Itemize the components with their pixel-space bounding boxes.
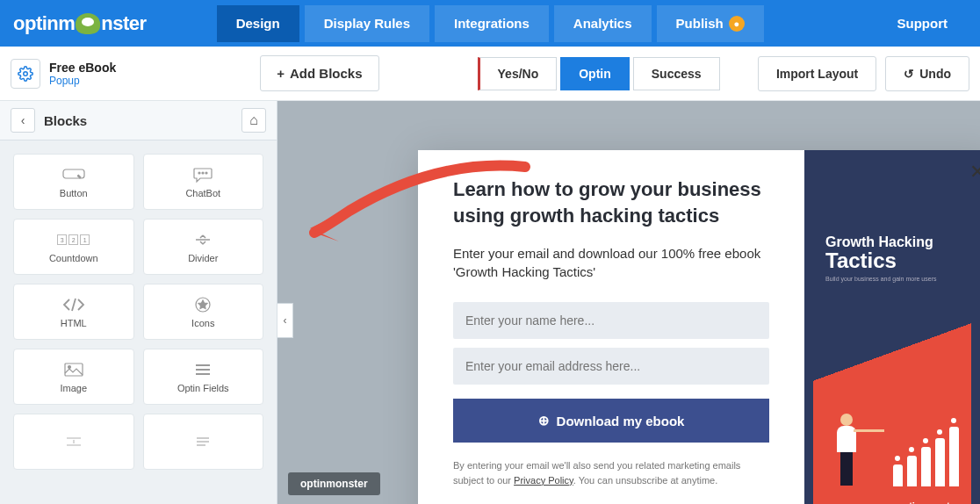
divider-icon — [194, 230, 212, 249]
collapse-sidebar-button[interactable]: ‹ — [277, 303, 293, 338]
popup-content: Learn how to grow your business using gr… — [418, 150, 804, 504]
download-icon: ⊕ — [538, 413, 550, 428]
svg-point-2 — [198, 172, 200, 174]
button-icon — [62, 165, 85, 184]
ebook-brand: optinmonster — [897, 500, 959, 504]
blocks-grid: Button ChatBot 321 Countdown Divider HTM… — [0, 140, 277, 483]
publish-badge-icon: ● — [729, 16, 745, 32]
step-success[interactable]: Success — [633, 57, 720, 90]
logo-monster-icon — [76, 13, 100, 34]
plus-icon: + — [277, 66, 285, 81]
block-chatbot[interactable]: ChatBot — [143, 154, 264, 210]
popup-image-panel: ✕ Growth Hacking Tactics Build your busi… — [804, 150, 980, 504]
campaign-info: Free eBook Popup — [11, 59, 116, 89]
block-optin-fields[interactable]: Optin Fields — [143, 349, 264, 405]
top-nav: optinmnster Design Display Rules Integra… — [0, 0, 980, 47]
nav-publish[interactable]: Publish ● — [657, 5, 764, 42]
chevron-left-icon: ‹ — [284, 314, 287, 327]
ebook-cover: Growth Hacking Tactics Build your busine… — [813, 219, 971, 504]
watermark: optinmonster — [288, 472, 380, 495]
svg-point-4 — [205, 172, 207, 174]
person-illustration-icon — [829, 414, 864, 488]
chat-icon — [193, 165, 213, 184]
fields-icon — [194, 360, 212, 379]
block-html[interactable]: HTML — [13, 284, 134, 340]
block-image[interactable]: Image — [13, 349, 134, 405]
main-area: ‹ Blocks ⌂ Button ChatBot 321 Countdown — [0, 101, 980, 504]
sub-nav: Free eBook Popup + Add Blocks Yes/No Opt… — [0, 47, 980, 101]
block-button[interactable]: Button — [13, 154, 134, 210]
disclaimer-text: By entering your email we'll also send y… — [453, 458, 769, 487]
sidebar-title: Blocks — [44, 113, 87, 128]
popup-title[interactable]: Learn how to grow your business using gr… — [453, 176, 769, 228]
campaign-name: Free eBook — [49, 61, 116, 75]
svg-rect-6 — [65, 364, 83, 376]
undo-icon: ↺ — [904, 67, 914, 81]
chevron-left-icon: ‹ — [21, 113, 25, 127]
star-icon — [195, 295, 211, 314]
name-input[interactable] — [453, 302, 769, 339]
nav-support[interactable]: Support — [878, 5, 968, 41]
svg-point-0 — [24, 71, 28, 76]
block-extra1[interactable] — [13, 414, 134, 470]
undo-button[interactable]: ↺ Undo — [885, 56, 969, 91]
close-button[interactable]: ✕ — [969, 161, 980, 184]
popup-subtitle[interactable]: Enter your email and download our 100% f… — [453, 244, 769, 281]
sidebar: ‹ Blocks ⌂ Button ChatBot 321 Countdown — [0, 101, 277, 504]
nav-display-rules[interactable]: Display Rules — [305, 5, 429, 42]
gear-icon[interactable] — [11, 59, 40, 89]
step-pills: Yes/No Optin Success — [478, 57, 720, 90]
nav-items: Design Display Rules Integrations Analyt… — [217, 5, 764, 42]
canvas[interactable]: ‹ optinmonster Learn how to grow your bu… — [277, 101, 980, 504]
download-button[interactable]: ⊕ Download my ebook — [453, 399, 769, 443]
block-icons[interactable]: Icons — [143, 284, 264, 340]
logo[interactable]: optinmnster — [13, 12, 147, 35]
image-icon — [64, 360, 83, 379]
svg-rect-1 — [63, 169, 84, 178]
bars-illustration-icon — [893, 427, 959, 486]
popup-preview[interactable]: Learn how to grow your business using gr… — [418, 150, 980, 504]
add-blocks-button[interactable]: + Add Blocks — [260, 55, 378, 91]
block-countdown[interactable]: 321 Countdown — [13, 219, 134, 275]
ebook-tagline: Build your business and gain more users — [825, 276, 959, 282]
block-extra2[interactable] — [143, 414, 264, 470]
nav-design[interactable]: Design — [217, 5, 299, 42]
close-icon: ✕ — [969, 161, 980, 183]
import-layout-button[interactable]: Import Layout — [758, 56, 876, 91]
lines-icon — [195, 432, 211, 451]
campaign-type[interactable]: Popup — [49, 75, 116, 87]
home-icon: ⌂ — [249, 112, 258, 128]
nav-integrations[interactable]: Integrations — [435, 5, 549, 42]
code-icon — [62, 295, 85, 314]
home-button[interactable]: ⌂ — [241, 108, 266, 133]
step-optin[interactable]: Optin — [560, 57, 630, 90]
back-button[interactable]: ‹ — [11, 108, 35, 133]
step-yesno[interactable]: Yes/No — [478, 57, 558, 90]
spacer-icon — [65, 432, 83, 451]
ebook-title-line2: Tactics — [825, 248, 959, 273]
sidebar-header: ‹ Blocks ⌂ — [0, 101, 277, 140]
countdown-icon: 321 — [57, 230, 90, 249]
privacy-link[interactable]: Privacy Policy — [514, 475, 573, 486]
block-divider[interactable]: Divider — [143, 219, 264, 275]
svg-point-3 — [202, 172, 204, 174]
svg-point-7 — [68, 366, 70, 369]
nav-analytics[interactable]: Analytics — [554, 5, 652, 42]
email-input[interactable] — [453, 348, 769, 385]
